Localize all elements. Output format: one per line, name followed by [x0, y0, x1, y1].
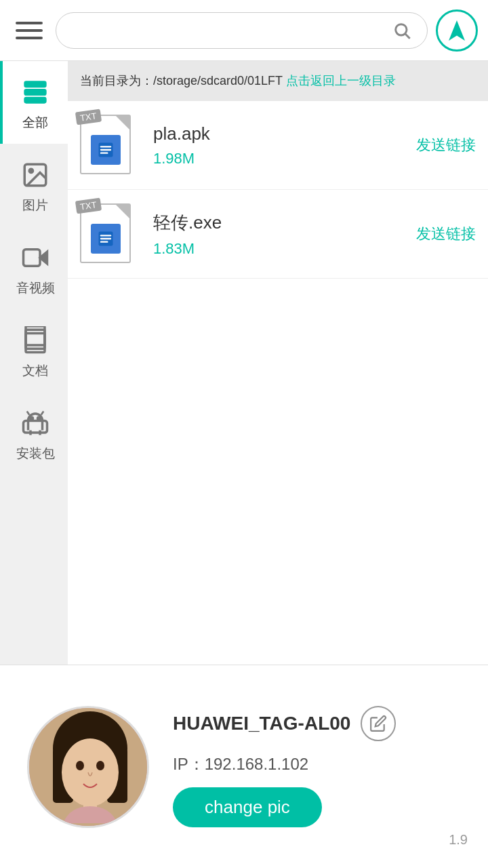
svg-rect-24 — [100, 238, 110, 239]
main-layout: 全部 图片 音视频 — [0, 61, 488, 665]
video-icon — [19, 241, 52, 274]
search-bar[interactable] — [56, 12, 428, 49]
file-type-badge: TXT — [75, 109, 102, 125]
svg-point-30 — [62, 738, 119, 806]
svg-point-31 — [76, 761, 84, 770]
file-info: pla.apk 1.98M — [153, 123, 416, 167]
svg-rect-23 — [100, 235, 110, 236]
table-row[interactable]: TXT pla.apk 1.98M — [68, 101, 488, 190]
send-link-button[interactable]: 发送链接 — [416, 218, 476, 250]
file-list: TXT pla.apk 1.98M — [68, 101, 488, 665]
sidebar-item-all[interactable]: 全部 — [0, 61, 68, 144]
change-pic-button[interactable]: change pic — [173, 787, 322, 827]
edit-profile-button[interactable] — [361, 706, 396, 741]
breadcrumb: 当前目录为：/storage/sdcard0/01LFT 点击返回上一级目录 — [68, 61, 488, 101]
file-size: 1.83M — [153, 240, 416, 258]
sidebar-item-video[interactable]: 音视频 — [0, 226, 68, 309]
doc-icon — [91, 135, 121, 165]
sidebar-label-images: 图片 — [22, 197, 48, 214]
table-row[interactable]: TXT 轻传.exe 1.83M — [68, 190, 488, 279]
search-input[interactable] — [68, 22, 389, 39]
doc-icon — [91, 224, 121, 254]
sidebar-item-docs[interactable]: 文档 — [0, 309, 68, 392]
svg-rect-20 — [100, 149, 110, 151]
sidebar: 全部 图片 音视频 — [0, 61, 68, 665]
send-link-button[interactable]: 发送链接 — [416, 130, 476, 161]
image-icon — [19, 159, 52, 191]
search-icon[interactable] — [389, 18, 415, 43]
device-name: HUAWEI_TAG-AL00 — [173, 713, 350, 734]
sidebar-item-apk[interactable]: 安装包 — [0, 392, 68, 475]
version-label: 1.9 — [449, 832, 468, 848]
svg-rect-5 — [25, 98, 45, 102]
svg-point-16 — [30, 417, 33, 420]
list-icon — [19, 76, 52, 108]
sidebar-label-video: 音视频 — [16, 279, 55, 297]
svg-point-7 — [29, 169, 33, 172]
profile-info: HUAWEI_TAG-AL00 IP：192.168.1.102 change … — [173, 706, 461, 827]
svg-rect-4 — [25, 90, 45, 95]
docs-icon — [19, 324, 52, 357]
file-name: pla.apk — [153, 123, 416, 144]
ip-address: IP：192.168.1.102 — [173, 753, 461, 775]
file-name: 轻传.exe — [153, 211, 416, 235]
android-icon — [19, 407, 52, 439]
svg-point-32 — [96, 761, 104, 770]
svg-rect-3 — [25, 82, 45, 87]
navigation-button[interactable] — [436, 9, 478, 52]
content-area: 当前目录为：/storage/sdcard0/01LFT 点击返回上一级目录 T… — [68, 61, 488, 665]
svg-rect-25 — [100, 241, 108, 243]
file-info: 轻传.exe 1.83M — [153, 211, 416, 258]
svg-marker-2 — [449, 20, 465, 41]
svg-line-1 — [405, 34, 409, 38]
breadcrumb-back[interactable]: 点击返回上一级目录 — [286, 74, 396, 87]
file-thumbnail: TXT — [80, 115, 141, 176]
file-type-badge: TXT — [75, 198, 102, 214]
header — [0, 0, 488, 61]
svg-rect-21 — [100, 153, 108, 154]
sidebar-item-images[interactable]: 图片 — [0, 144, 68, 226]
svg-point-0 — [396, 24, 407, 35]
sidebar-label-docs: 文档 — [22, 362, 48, 380]
sidebar-label-apk: 安装包 — [16, 445, 55, 462]
file-thumbnail: TXT — [80, 203, 141, 264]
svg-rect-8 — [24, 250, 41, 267]
menu-button[interactable] — [10, 12, 47, 49]
breadcrumb-path: 当前目录为：/storage/sdcard0/01LFT — [80, 74, 283, 87]
svg-point-17 — [38, 417, 41, 420]
svg-rect-19 — [100, 146, 110, 147]
file-size: 1.98M — [153, 150, 416, 167]
avatar — [27, 706, 149, 828]
sidebar-label-all: 全部 — [22, 114, 48, 132]
profile-panel: HUAWEI_TAG-AL00 IP：192.168.1.102 change … — [0, 665, 488, 868]
